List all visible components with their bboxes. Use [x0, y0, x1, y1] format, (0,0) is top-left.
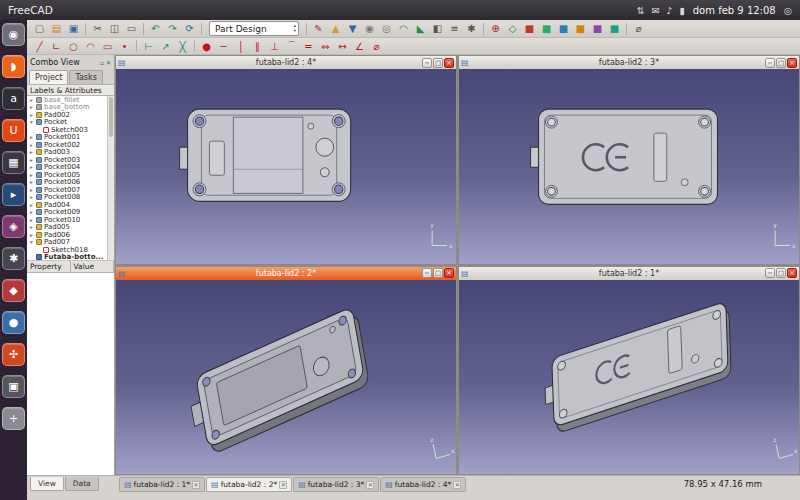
- tree-item[interactable]: ▸Pad005: [27, 224, 114, 232]
- chamfer-icon[interactable]: ◣: [413, 21, 428, 36]
- tree-scrollbar[interactable]: [107, 96, 114, 260]
- close-button[interactable]: ×: [444, 268, 454, 278]
- volume-indicator-icon[interactable]: ♪: [666, 5, 672, 16]
- 3d-viewport-iso-case[interactable]: xz: [116, 280, 456, 475]
- messages-indicator-icon[interactable]: ✉: [651, 5, 659, 16]
- constraint-parallel-icon[interactable]: ∥: [250, 39, 265, 54]
- tree-item[interactable]: Futaba-botto...: [27, 254, 114, 262]
- launcher-item-app-amazon[interactable]: a: [2, 87, 25, 110]
- circle-icon[interactable]: ○: [66, 39, 81, 54]
- constraint-coincident-icon[interactable]: ●: [199, 39, 214, 54]
- active-app-title[interactable]: FreeCAD: [8, 4, 53, 16]
- cut-icon[interactable]: ✂: [90, 21, 105, 36]
- tree-item[interactable]: ▸Pad002: [27, 111, 114, 119]
- tree-item[interactable]: ▸base_bottom: [27, 104, 114, 112]
- linear-pattern-icon[interactable]: ≡: [447, 21, 462, 36]
- scrollbar-thumb[interactable]: [109, 97, 113, 137]
- line-icon[interactable]: ╱: [32, 39, 47, 54]
- tab-tasks[interactable]: Tasks: [69, 70, 102, 84]
- construction-mode-icon[interactable]: ╳: [175, 39, 190, 54]
- tree-item[interactable]: ▸Pocket002: [27, 141, 114, 149]
- minimize-button[interactable]: −: [422, 58, 432, 68]
- minimize-button[interactable]: −: [765, 268, 775, 278]
- constraint-equal-icon[interactable]: =: [301, 39, 316, 54]
- battery-indicator-icon[interactable]: ▮: [680, 5, 685, 16]
- constraint-vertical-icon[interactable]: │: [233, 39, 248, 54]
- panel-float-icon[interactable]: ▫: [100, 59, 104, 66]
- sketch-icon[interactable]: ✎: [311, 21, 326, 36]
- maximize-button[interactable]: □: [776, 268, 786, 278]
- launcher-item-app-tools[interactable]: ✱: [2, 247, 25, 270]
- trim-icon[interactable]: ⊢: [141, 39, 156, 54]
- rectangle-icon[interactable]: ▭: [100, 39, 115, 54]
- window-titlebar[interactable]: ▤ futaba-lid2 : 1* − □ ×: [459, 267, 799, 280]
- pad-icon[interactable]: ▲: [328, 21, 343, 36]
- launcher-item-system-settings[interactable]: +: [2, 407, 25, 430]
- close-button[interactable]: ×: [444, 58, 454, 68]
- launcher-item-freecad[interactable]: ✣: [2, 343, 25, 366]
- launcher-item-app-blue[interactable]: ●: [2, 311, 25, 334]
- top-view-icon[interactable]: ■: [539, 21, 554, 36]
- maximize-button[interactable]: □: [433, 268, 443, 278]
- right-view-icon[interactable]: ■: [556, 21, 571, 36]
- copy-icon[interactable]: ◫: [107, 21, 122, 36]
- fit-all-icon[interactable]: ⊕: [488, 21, 503, 36]
- maximize-button[interactable]: □: [433, 58, 443, 68]
- constraint-horizontal-icon[interactable]: ─: [216, 39, 231, 54]
- window-titlebar-active[interactable]: ▤ futaba-lid2 : 2* − □ ×: [116, 267, 456, 280]
- tab-data[interactable]: Data: [65, 477, 99, 491]
- rear-view-icon[interactable]: ■: [573, 21, 588, 36]
- launcher-item-ubuntu-one[interactable]: U: [2, 119, 25, 142]
- minimize-button[interactable]: −: [765, 58, 775, 68]
- tab-project[interactable]: Project: [29, 70, 68, 84]
- paste-icon[interactable]: ▭: [124, 21, 139, 36]
- constraint-distance-icon[interactable]: ↔: [335, 39, 350, 54]
- doc-tab[interactable]: ▤futaba-lid2 : 1*✕: [119, 477, 205, 492]
- fillet-icon[interactable]: ◠: [396, 21, 411, 36]
- external-geometry-icon[interactable]: ↗: [158, 39, 173, 54]
- close-icon[interactable]: ✕: [366, 481, 374, 489]
- polar-pattern-icon[interactable]: ✱: [464, 21, 479, 36]
- launcher-item-dash-home[interactable]: ◉: [2, 23, 25, 46]
- doc-tab[interactable]: ▤futaba-lid2 : 3*✕: [293, 477, 379, 492]
- open-document-icon[interactable]: ▤: [49, 21, 64, 36]
- launcher-item-app-photos[interactable]: ◈: [2, 215, 25, 238]
- groove-icon[interactable]: ◎: [379, 21, 394, 36]
- point-icon[interactable]: •: [117, 39, 132, 54]
- launcher-item-firefox[interactable]: ◗: [2, 55, 25, 78]
- tree-item[interactable]: ▸Pocket010: [27, 216, 114, 224]
- launcher-item-app-media[interactable]: ▸: [2, 183, 25, 206]
- 3d-viewport-lid-top-view[interactable]: xy: [459, 69, 799, 264]
- close-button[interactable]: ×: [787, 268, 797, 278]
- mirror-icon[interactable]: ◧: [430, 21, 445, 36]
- constraint-radius-icon[interactable]: ⌀: [369, 39, 384, 54]
- refresh-icon[interactable]: ⟳: [182, 21, 197, 36]
- maximize-button[interactable]: □: [776, 58, 786, 68]
- session-menu-icon[interactable]: ◎: [784, 5, 792, 16]
- launcher-item-app-dark[interactable]: ▦: [2, 151, 25, 174]
- polyline-icon[interactable]: ∟: [49, 39, 64, 54]
- bottom-view-icon[interactable]: ■: [590, 21, 605, 36]
- pocket-icon[interactable]: ▼: [345, 21, 360, 36]
- redo-icon[interactable]: ↷: [165, 21, 180, 36]
- doc-tab[interactable]: ▤futaba-lid2 : 2*✕: [206, 477, 292, 492]
- tree-item[interactable]: ▸Pocket008: [27, 194, 114, 202]
- doc-tab[interactable]: ▤futaba-lid2 : 4*✕: [380, 477, 466, 492]
- value-column-header[interactable]: Value: [71, 261, 115, 272]
- close-icon[interactable]: ✕: [192, 481, 200, 489]
- arc-icon[interactable]: ◠: [83, 39, 98, 54]
- minimize-button[interactable]: −: [422, 268, 432, 278]
- measure-icon[interactable]: ⌀: [631, 21, 646, 36]
- axonometric-view-icon[interactable]: ◇: [505, 21, 520, 36]
- save-document-icon[interactable]: ▣: [66, 21, 81, 36]
- close-icon[interactable]: ✕: [453, 481, 461, 489]
- panel-close-icon[interactable]: ✕: [106, 59, 111, 66]
- tab-view[interactable]: View: [30, 477, 64, 491]
- launcher-item-app-gray[interactable]: ▣: [2, 375, 25, 398]
- front-view-icon[interactable]: ■: [522, 21, 537, 36]
- 3d-viewport-iso-lid[interactable]: xz: [459, 280, 799, 475]
- revolution-icon[interactable]: ◉: [362, 21, 377, 36]
- launcher-item-app-red[interactable]: ◆: [2, 279, 25, 302]
- network-indicator-icon[interactable]: ⇅: [637, 5, 645, 16]
- tree-item[interactable]: ▸Pad006: [27, 231, 114, 239]
